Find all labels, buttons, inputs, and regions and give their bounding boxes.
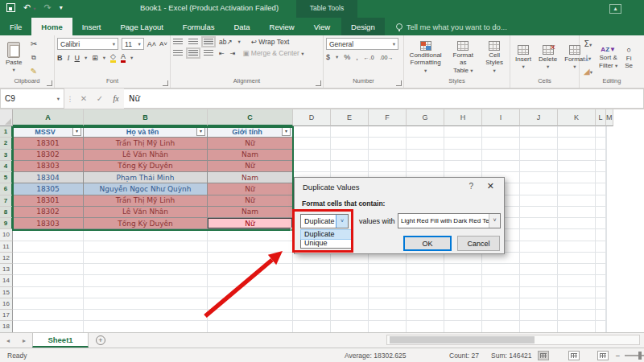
- orientation-button[interactable]: ab↗: [219, 38, 233, 46]
- sheet-nav-right-icon[interactable]: ▸: [16, 333, 32, 348]
- cell-F1[interactable]: [369, 126, 407, 138]
- cell-F16[interactable]: [369, 298, 407, 310]
- shrink-font-button[interactable]: A˅: [159, 40, 167, 47]
- cell-K17[interactable]: [558, 310, 596, 321]
- cell-L12[interactable]: [596, 253, 606, 264]
- chevron-down-icon[interactable]: ˅: [489, 214, 500, 228]
- cell-L1[interactable]: [596, 126, 606, 138]
- cell-A10[interactable]: [13, 229, 84, 241]
- row-header-6[interactable]: 6: [0, 183, 13, 195]
- enter-entry-icon[interactable]: ✓: [92, 88, 108, 109]
- cell-J3[interactable]: [520, 150, 558, 161]
- cell-G1[interactable]: [407, 126, 444, 138]
- cell-B9[interactable]: Tống Kỳ Duyên: [84, 218, 208, 229]
- cell-A13[interactable]: [13, 264, 84, 275]
- row-header-17[interactable]: 17: [0, 310, 13, 321]
- cell-D3[interactable]: [293, 150, 331, 161]
- cell-K7[interactable]: [558, 195, 596, 207]
- cell-K2[interactable]: [558, 138, 596, 149]
- cell-J6[interactable]: [520, 183, 558, 195]
- format-as-table-button[interactable]: Format asTable ▾: [447, 38, 479, 77]
- cell-A2[interactable]: 18301: [13, 138, 84, 149]
- cell-A15[interactable]: [13, 287, 84, 298]
- new-sheet-button[interactable]: +: [89, 333, 113, 348]
- tab-data[interactable]: Data: [224, 18, 259, 35]
- cell-E13[interactable]: [331, 264, 369, 275]
- cell-J17[interactable]: [520, 310, 558, 321]
- clear-button[interactable]: ◢▾: [582, 67, 594, 76]
- cell-I3[interactable]: [482, 150, 520, 161]
- cell-M12[interactable]: [606, 253, 607, 264]
- row-header-14[interactable]: 14: [0, 275, 13, 286]
- cell-L2[interactable]: [596, 138, 606, 149]
- cell-A9[interactable]: 18303: [13, 218, 84, 229]
- cell-M13[interactable]: [606, 264, 607, 275]
- insert-function-icon[interactable]: fx: [108, 88, 124, 109]
- cell-M18[interactable]: [606, 321, 607, 332]
- grow-font-button[interactable]: A˄: [147, 40, 156, 48]
- zoom-out-button[interactable]: –: [616, 352, 620, 360]
- cell-M4[interactable]: [606, 161, 607, 172]
- cell-J10[interactable]: [520, 229, 558, 241]
- cell-M7[interactable]: [606, 195, 607, 207]
- cell-D4[interactable]: [293, 161, 331, 172]
- cell-H14[interactable]: [444, 275, 482, 286]
- row-header-15[interactable]: 15: [0, 287, 13, 298]
- row-header-1[interactable]: 1: [0, 126, 13, 138]
- cell-J4[interactable]: [520, 161, 558, 172]
- cell-A18[interactable]: [13, 321, 84, 332]
- cell-E16[interactable]: [331, 298, 369, 310]
- cell-G14[interactable]: [407, 275, 444, 286]
- cell-D14[interactable]: [293, 275, 331, 286]
- horizontal-scrollbar[interactable]: [386, 335, 640, 345]
- cell-M11[interactable]: [606, 241, 607, 253]
- cancel-entry-icon[interactable]: ✕: [76, 88, 92, 109]
- cell-E2[interactable]: [331, 138, 369, 149]
- cell-C2[interactable]: Nữ: [208, 138, 293, 149]
- cell-J15[interactable]: [520, 287, 558, 298]
- number-dialog-launcher[interactable]: [396, 80, 402, 86]
- cell-K14[interactable]: [558, 275, 596, 286]
- cell-M16[interactable]: [606, 298, 607, 310]
- cell-L17[interactable]: [596, 310, 606, 321]
- cell-M2[interactable]: [606, 138, 607, 149]
- font-name-combo[interactable]: Calibri▾: [57, 38, 118, 50]
- page-layout-view-button[interactable]: [568, 351, 580, 360]
- cell-L15[interactable]: [596, 287, 606, 298]
- align-middle-button[interactable]: [188, 39, 198, 45]
- cell-I16[interactable]: [482, 298, 520, 310]
- cell-L18[interactable]: [596, 321, 606, 332]
- zoom-slider-thumb[interactable]: [638, 352, 642, 360]
- cell-H2[interactable]: [444, 138, 482, 149]
- cell-C7[interactable]: Nữ: [208, 195, 293, 207]
- cell-L8[interactable]: [596, 207, 606, 218]
- cell-B1[interactable]: Họ và tên▾: [84, 126, 208, 138]
- cell-H13[interactable]: [444, 264, 482, 275]
- cell-F13[interactable]: [369, 264, 407, 275]
- cell-D15[interactable]: [293, 287, 331, 298]
- percent-style-button[interactable]: %: [344, 53, 350, 61]
- cell-B4[interactable]: Tống Kỳ Duyên: [84, 161, 208, 172]
- cell-M6[interactable]: [606, 183, 607, 195]
- autosum-button[interactable]: Σ▾: [582, 39, 594, 48]
- cell-M5[interactable]: [606, 172, 607, 183]
- cell-A6[interactable]: 18305: [13, 183, 84, 195]
- font-size-combo[interactable]: 11▾: [122, 38, 144, 50]
- cell-H15[interactable]: [444, 287, 482, 298]
- column-header-E[interactable]: E: [331, 109, 369, 126]
- cell-C3[interactable]: Nam: [208, 150, 293, 161]
- cell-J2[interactable]: [520, 138, 558, 149]
- cell-C5[interactable]: Nam: [208, 172, 293, 183]
- sheet-nav-left-icon[interactable]: ◂: [0, 333, 16, 348]
- cell-A4[interactable]: 18303: [13, 161, 84, 172]
- font-dialog-launcher[interactable]: [163, 80, 168, 86]
- column-header-B[interactable]: B: [84, 109, 208, 126]
- select-all-corner[interactable]: [0, 109, 13, 126]
- cell-G4[interactable]: [407, 161, 444, 172]
- cell-J11[interactable]: [520, 241, 558, 253]
- cell-I1[interactable]: [482, 126, 520, 138]
- cell-L14[interactable]: [596, 275, 606, 286]
- cell-B2[interactable]: Trần Thị Mỹ Linh: [84, 138, 208, 149]
- column-header-I[interactable]: I: [482, 109, 520, 126]
- cell-M3[interactable]: [606, 150, 607, 161]
